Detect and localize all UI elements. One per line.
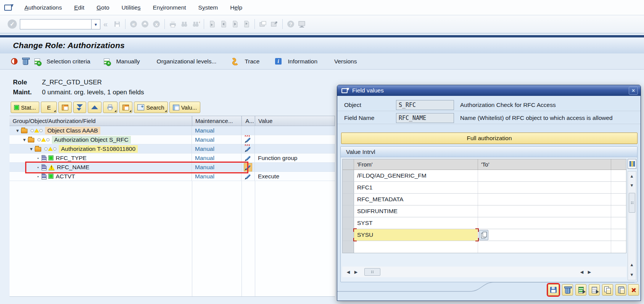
close-icon[interactable]: ×	[629, 87, 638, 95]
scroll-left-icon[interactable]: ◀	[578, 268, 586, 276]
column-header-maintenance[interactable]: Maintenance...	[192, 116, 242, 126]
from-column-header[interactable]: 'From'	[354, 159, 478, 170]
find-next-icon[interactable]: +	[191, 19, 201, 29]
print-icon[interactable]	[168, 19, 178, 29]
gui-settings-icon[interactable]	[297, 19, 307, 29]
row-selector[interactable]	[343, 241, 354, 253]
collapse-node-icon[interactable]: ▼	[22, 137, 27, 142]
table-row-empty[interactable]	[343, 241, 626, 253]
scroll-up-icon[interactable]: ▲	[628, 172, 636, 180]
scroll-left-icon[interactable]: ◀	[345, 268, 352, 276]
menu-authorizations[interactable]: Authorizations	[18, 0, 68, 15]
change-pencil-icon[interactable]	[244, 136, 252, 144]
information-button[interactable]: Information	[285, 58, 320, 65]
status-button[interactable]: Stat...	[11, 102, 39, 113]
table-row[interactable]: SDIFRUNTIME	[343, 205, 626, 217]
scrollbar-thumb[interactable]	[364, 268, 380, 276]
cancel-button[interactable]: ×	[628, 284, 639, 296]
change-pencil-icon[interactable]	[244, 145, 252, 153]
column-header-a[interactable]: A...	[242, 116, 255, 126]
save-icon[interactable]	[112, 19, 122, 29]
tree-row-object-class[interactable]: ▼ Object Class AAAB Manual	[10, 126, 335, 135]
paste-button[interactable]	[615, 284, 626, 296]
organizational-levels-button[interactable]: Organizational levels...	[155, 58, 219, 65]
node-label[interactable]: Authorization Object S_RFC	[52, 136, 131, 144]
scroll-right-icon[interactable]: ▶	[352, 268, 360, 276]
from-cell[interactable]: SDIFRUNTIME	[354, 205, 478, 217]
views-button[interactable]	[119, 102, 132, 113]
column-header-value[interactable]: Value	[255, 116, 335, 126]
table-row[interactable]: SYST	[343, 217, 626, 229]
command-input[interactable]	[20, 19, 92, 29]
manually-button[interactable]: Manually	[114, 58, 142, 65]
to-cell[interactable]	[478, 229, 611, 241]
create-shortcut-icon[interactable]	[269, 19, 279, 29]
copy-button[interactable]	[602, 284, 613, 296]
menu-edit[interactable]: Edit	[68, 0, 90, 15]
multiple-selection-icon[interactable]	[479, 230, 488, 240]
cancel-icon[interactable]: x	[151, 19, 161, 29]
select-all-button[interactable]	[575, 284, 586, 296]
column-header-name[interactable]: Group/Object/Authorization/Field	[10, 116, 192, 126]
table-row[interactable]: RFC_METADATA	[343, 194, 626, 205]
search-button[interactable]: Search	[134, 102, 168, 113]
menu-system[interactable]: System	[192, 0, 224, 15]
to-cell[interactable]	[478, 194, 611, 205]
table-row[interactable]: RFC1	[343, 182, 626, 194]
new-session-icon[interactable]	[258, 19, 268, 29]
selection-criteria-button[interactable]: Selection criteria	[44, 58, 93, 65]
collapse-node-icon[interactable]: ▼	[15, 128, 20, 133]
menu-help[interactable]: Help	[224, 0, 248, 15]
to-cell[interactable]	[478, 170, 611, 181]
from-cell[interactable]	[354, 241, 478, 253]
manually-icon[interactable]	[103, 57, 111, 66]
from-cell[interactable]: RFC_METADATA	[354, 194, 478, 205]
row-selector[interactable]	[343, 229, 354, 241]
trace-icon[interactable]	[231, 57, 239, 66]
field-label[interactable]: RFC_TYPE	[56, 155, 87, 162]
help-icon[interactable]: ?	[286, 19, 296, 29]
values-button[interactable]: Valu...	[169, 102, 200, 113]
exit-up-icon[interactable]	[140, 19, 150, 29]
first-page-icon[interactable]	[207, 19, 217, 29]
menu-utilities[interactable]: Utilities	[116, 0, 147, 15]
table-row-selected[interactable]: SYSU	[343, 229, 626, 241]
collapse-chevrons-icon[interactable]: «	[103, 20, 108, 29]
previous-page-icon[interactable]	[219, 19, 229, 29]
to-cell[interactable]	[478, 205, 611, 217]
save-button[interactable]	[548, 284, 559, 296]
to-cell[interactable]	[478, 217, 611, 229]
full-authorization-button[interactable]: Full authorization	[341, 133, 638, 144]
tree-row-authorization[interactable]: ▼ Authorization T-S108011800 Manual	[10, 144, 335, 154]
row-selector[interactable]	[343, 170, 354, 181]
tree-row-authorization-object[interactable]: ▼ Authorization Object S_RFC Manual	[10, 135, 335, 144]
enter-icon[interactable]: ✓	[8, 19, 17, 29]
node-label[interactable]: Object Class AAAB	[45, 127, 100, 134]
selection-criteria-icon[interactable]	[33, 57, 41, 66]
row-selector-header[interactable]	[343, 159, 354, 170]
collapse-all-button[interactable]	[73, 102, 86, 113]
from-cell[interactable]: RFC1	[354, 182, 478, 193]
tab-value-intrvl[interactable]: Value Intrvl	[341, 147, 637, 157]
copy-authorizations-button[interactable]	[58, 102, 72, 113]
row-selector[interactable]	[343, 205, 354, 217]
table-row[interactable]: /FLDQ/AD_GENERIC_FM	[343, 170, 626, 182]
deselect-all-button[interactable]	[589, 284, 600, 296]
from-cell[interactable]: SYST	[354, 217, 478, 229]
chevron-down-icon[interactable]: ▼	[92, 19, 100, 29]
row-selector[interactable]	[343, 217, 354, 229]
next-page-icon[interactable]	[230, 19, 240, 29]
versions-button[interactable]: Versions	[332, 58, 359, 65]
find-icon[interactable]	[179, 19, 189, 29]
field-name-field[interactable]	[396, 113, 454, 123]
from-cell[interactable]: /FLDQ/AD_GENERIC_FM	[354, 170, 478, 181]
scroll-down-icon[interactable]: ▼	[628, 181, 636, 189]
print-button[interactable]	[103, 102, 118, 113]
menu-environment[interactable]: Environment	[147, 0, 192, 15]
sap-system-icon[interactable]	[4, 3, 14, 12]
row-selector[interactable]	[343, 182, 354, 193]
node-label[interactable]: Authorization T-S108011800	[59, 145, 138, 153]
scroll-right-icon[interactable]: ▶	[586, 268, 593, 276]
delete-icon[interactable]	[21, 57, 30, 66]
to-cell[interactable]	[478, 182, 611, 193]
